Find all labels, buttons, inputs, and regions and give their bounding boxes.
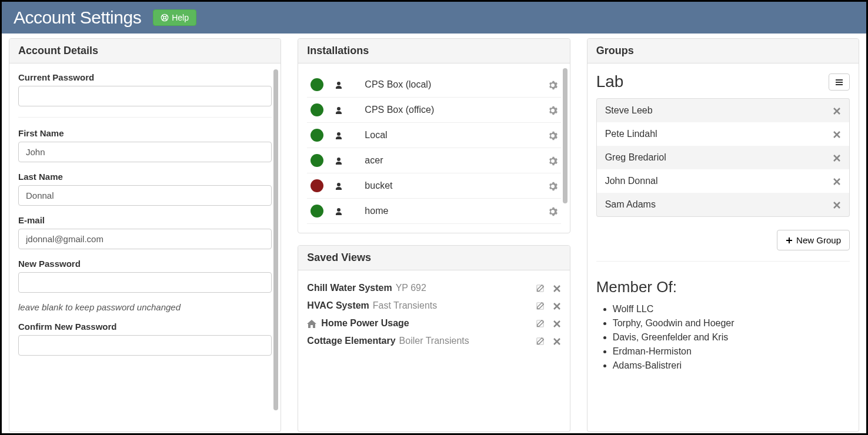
svg-line-4 [162,19,164,21]
installation-row: CPS Box (office) [307,98,560,123]
saved-view-name: HVAC System [307,300,369,311]
installations-heading: Installations [298,39,569,63]
installation-row: acer [307,148,560,173]
member-name: Greg Bredariol [605,152,666,163]
settings-gear-icon[interactable] [548,130,557,140]
confirm-password-label: Confirm New Password [18,322,272,332]
group-member-row: Sam Adams [596,193,850,217]
page-title: Account Settings [14,8,141,28]
status-dot [311,179,323,192]
confirm-password-input[interactable] [18,335,272,356]
edit-icon[interactable] [536,318,545,329]
member-of-item: Torphy, Goodwin and Hoeger [613,316,850,330]
status-dot [311,78,323,91]
installation-name: home [354,206,537,216]
delete-icon[interactable] [553,336,561,346]
email-input[interactable] [18,229,272,249]
divider [18,117,272,118]
plus-icon [786,237,793,244]
help-button[interactable]: Help [153,9,196,26]
settings-gear-icon[interactable] [548,180,557,190]
group-member-row: Pete Lindahl [596,122,850,146]
settings-gear-icon[interactable] [548,155,557,165]
remove-member-icon[interactable] [833,176,841,186]
divider [596,261,850,262]
groups-heading: Groups [587,39,859,63]
current-password-input[interactable] [18,86,272,106]
member-of-item: Davis, Greenfelder and Kris [613,330,850,344]
saved-view-subtitle: YP 692 [396,283,426,293]
member-name: Steve Leeb [605,105,653,116]
delete-icon[interactable] [553,300,561,311]
remove-member-icon[interactable] [833,105,841,116]
installation-row: CPS Box (local) [307,72,560,98]
last-name-label: Last Name [18,172,272,182]
member-of-heading: Member Of: [596,278,850,296]
saved-view-row: Chill Water SystemYP 692 [307,279,560,297]
group-member-row: John Donnal [596,169,850,193]
scrollbar[interactable] [273,69,278,410]
last-name-input[interactable] [18,185,272,206]
remove-member-icon[interactable] [833,199,841,210]
status-dot [311,103,323,116]
saved-view-subtitle: Fast Transients [373,300,437,311]
edit-icon[interactable] [536,300,545,311]
status-dot [311,129,323,142]
saved-view-row: Cottage ElementaryBoiler Transients [307,332,560,350]
life-ring-icon [161,14,169,22]
status-dot [311,154,323,167]
edit-icon[interactable] [536,336,545,346]
member-name: John Donnal [605,176,658,186]
delete-icon[interactable] [553,318,561,329]
group-member-row: Steve Leeb [596,98,850,122]
user-icon [334,105,343,115]
account-details-heading: Account Details [9,39,281,63]
account-details-panel: Account Details Current Password First N… [9,38,281,432]
page-header: Account Settings Help [2,2,866,34]
current-password-label: Current Password [18,72,272,82]
new-password-hint: leave blank to keep password unchanged [18,302,272,312]
group-menu-button[interactable] [829,73,850,91]
new-password-input[interactable] [18,272,272,293]
user-icon [334,206,343,216]
delete-icon[interactable] [553,283,561,293]
first-name-input[interactable] [18,142,272,162]
remove-member-icon[interactable] [833,129,841,139]
settings-gear-icon[interactable] [548,105,557,115]
installation-row: home [307,199,560,224]
saved-view-subtitle: Boiler Transients [399,336,469,346]
new-password-label: New Password [18,259,272,269]
email-label: E-mail [18,215,272,225]
installation-name: CPS Box (local) [354,79,537,90]
installation-name: bucket [354,180,537,191]
installations-panel: Installations CPS Box (local)CPS Box (of… [298,38,570,233]
group-member-row: Greg Bredariol [596,146,850,169]
home-icon [307,318,316,329]
help-label: Help [172,13,189,22]
edit-icon[interactable] [536,283,545,293]
installation-row: bucket [307,173,560,199]
svg-line-5 [166,19,168,21]
member-name: Sam Adams [605,199,656,210]
saved-view-name: Cottage Elementary [307,336,395,346]
installation-row: Local [307,123,560,148]
svg-line-2 [162,15,164,17]
saved-views-panel: Saved Views Chill Water SystemYP 692HVAC… [298,245,570,432]
settings-gear-icon[interactable] [548,206,557,216]
user-icon [334,130,343,140]
new-group-button[interactable]: New Group [777,230,850,250]
remove-member-icon[interactable] [833,152,841,163]
user-icon [334,180,343,190]
installation-name: Local [354,130,537,140]
group-name: Lab [596,72,624,91]
status-dot [311,205,323,218]
scrollbar[interactable] [563,68,567,203]
member-of-item: Erdman-Hermiston [613,344,850,359]
saved-views-heading: Saved Views [298,246,569,270]
user-icon [334,79,343,89]
groups-panel: Groups Lab Steve LeebPete LindahlGreg Br… [587,38,859,432]
menu-icon [835,79,843,86]
svg-line-3 [166,15,168,17]
settings-gear-icon[interactable] [548,79,557,89]
saved-view-row: HVAC SystemFast Transients [307,297,560,314]
